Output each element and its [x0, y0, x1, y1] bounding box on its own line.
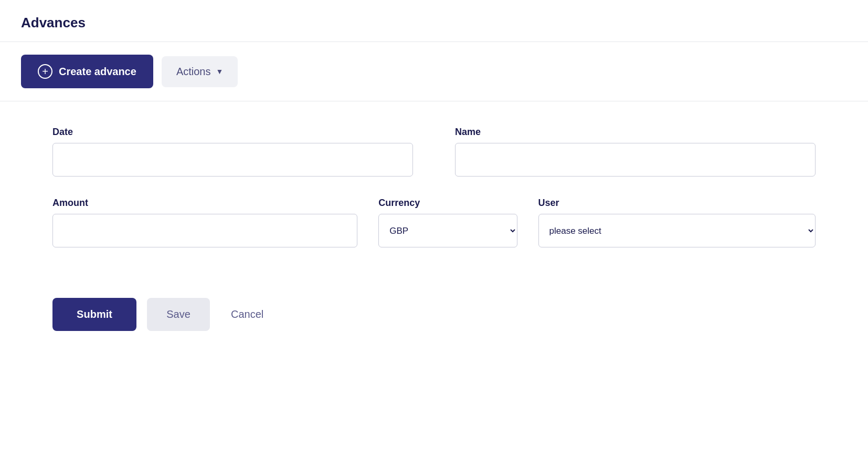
top-form-row: Date Name [52, 127, 816, 177]
create-advance-button[interactable]: + Create advance [21, 55, 153, 88]
name-input[interactable] [455, 143, 816, 177]
save-button[interactable]: Save [147, 298, 210, 331]
chevron-down-icon: ▼ [216, 67, 223, 76]
plus-icon: + [38, 64, 52, 79]
toolbar: + Create advance Actions ▼ [0, 42, 868, 101]
actions-label: Actions [176, 66, 211, 78]
submit-button[interactable]: Submit [52, 298, 136, 331]
name-label: Name [455, 127, 816, 138]
currency-select[interactable]: GBP USD EUR [378, 214, 517, 247]
create-advance-label: Create advance [59, 66, 136, 78]
bottom-form-row: Amount Currency GBP USD EUR User please … [52, 198, 816, 247]
form-section: Date Name Amount Currency GBP USD EUR Us… [0, 101, 868, 273]
cancel-button[interactable]: Cancel [220, 298, 274, 331]
amount-label: Amount [52, 198, 357, 209]
name-group: Name [455, 127, 816, 177]
currency-label: Currency [378, 198, 517, 209]
actions-button[interactable]: Actions ▼ [162, 56, 238, 87]
form-actions: Submit Save Cancel [0, 273, 868, 352]
date-group: Date [52, 127, 413, 177]
user-label: User [538, 198, 816, 209]
user-select[interactable]: please select [538, 214, 816, 247]
amount-group: Amount [52, 198, 357, 247]
date-input[interactable] [52, 143, 413, 177]
page-title: Advances [21, 15, 847, 31]
currency-group: Currency GBP USD EUR [378, 198, 517, 247]
user-group: User please select [538, 198, 816, 247]
amount-input[interactable] [52, 214, 357, 247]
page-header: Advances [0, 0, 868, 42]
date-label: Date [52, 127, 413, 138]
